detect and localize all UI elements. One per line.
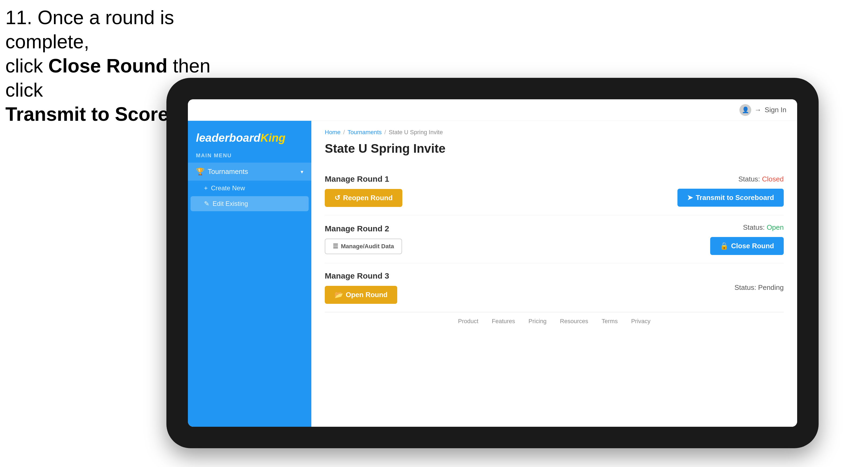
round-2-title: Manage Round 2 bbox=[325, 224, 402, 233]
tablet-device: 👤 → Sign In leaderboardKing MAIN MENU 🏆 … bbox=[166, 78, 818, 448]
reopen-icon: ↺ bbox=[334, 194, 340, 202]
open-round-button[interactable]: 📂 Open Round bbox=[325, 286, 397, 304]
manage-audit-label: Manage/Audit Data bbox=[341, 243, 394, 250]
sidebar: leaderboardKing MAIN MENU 🏆 Tournaments … bbox=[188, 121, 311, 427]
sign-in-area[interactable]: 👤 → Sign In bbox=[739, 104, 786, 116]
sign-in-label[interactable]: Sign In bbox=[765, 106, 786, 114]
round-1-section: Manage Round 1 ↺ Reopen Round Status: Cl… bbox=[325, 166, 784, 215]
breadcrumb-current: State U Spring Invite bbox=[389, 129, 443, 136]
footer-terms[interactable]: Terms bbox=[602, 318, 618, 325]
reopen-round-button[interactable]: ↺ Reopen Round bbox=[325, 189, 402, 207]
round-2-status: Status: Open bbox=[743, 223, 784, 231]
footer: Product Features Pricing Resources Terms… bbox=[325, 312, 784, 330]
round-1-right: Status: Closed ➤ Transmit to Scoreboard bbox=[677, 175, 784, 207]
manage-audit-data-button[interactable]: ☰ Manage/Audit Data bbox=[325, 239, 402, 254]
reopen-round-label: Reopen Round bbox=[343, 194, 393, 202]
round-3-right: Status: Pending bbox=[734, 283, 784, 292]
round-3-title: Manage Round 3 bbox=[325, 271, 397, 280]
close-round-button[interactable]: 🔒 Close Round bbox=[710, 237, 784, 255]
close-round-label: Close Round bbox=[731, 242, 774, 250]
page-title: State U Spring Invite bbox=[325, 141, 784, 156]
create-new-label: Create New bbox=[211, 184, 245, 192]
round-3-section: Manage Round 3 📂 Open Round Status: Pend… bbox=[325, 263, 784, 312]
sign-in-arrow-icon: → bbox=[754, 106, 762, 114]
close-icon: 🔒 bbox=[720, 242, 728, 250]
breadcrumb-home[interactable]: Home bbox=[325, 129, 341, 136]
trophy-icon: 🏆 bbox=[196, 167, 205, 176]
open-round-label: Open Round bbox=[346, 291, 388, 299]
footer-privacy[interactable]: Privacy bbox=[631, 318, 650, 325]
sidebar-item-tournaments[interactable]: 🏆 Tournaments ▾ bbox=[188, 163, 311, 181]
breadcrumb-sep-2: / bbox=[384, 129, 386, 136]
footer-pricing[interactable]: Pricing bbox=[528, 318, 547, 325]
round-1-status: Status: Closed bbox=[738, 175, 784, 183]
round-2-right: Status: Open 🔒 Close Round bbox=[710, 223, 784, 255]
logo: leaderboardKing bbox=[196, 131, 286, 144]
sidebar-item-edit-existing[interactable]: ✎ Edit Existing bbox=[191, 196, 309, 211]
footer-features[interactable]: Features bbox=[492, 318, 515, 325]
tablet-screen: 👤 → Sign In leaderboardKing MAIN MENU 🏆 … bbox=[188, 99, 797, 427]
round-3-status: Status: Pending bbox=[734, 283, 784, 292]
tournaments-label: Tournaments bbox=[208, 167, 248, 176]
round-2-status-value: Open bbox=[767, 223, 784, 231]
user-avatar-icon: 👤 bbox=[739, 104, 751, 116]
round-1-left: Manage Round 1 ↺ Reopen Round bbox=[325, 175, 402, 207]
chevron-down-icon: ▾ bbox=[301, 168, 303, 175]
breadcrumb-tournaments[interactable]: Tournaments bbox=[348, 129, 382, 136]
plus-icon: + bbox=[204, 184, 208, 192]
main-layout: leaderboardKing MAIN MENU 🏆 Tournaments … bbox=[188, 121, 797, 427]
round-1-status-value: Closed bbox=[762, 175, 784, 183]
audit-icon: ☰ bbox=[333, 243, 338, 250]
round-1-title: Manage Round 1 bbox=[325, 175, 402, 184]
main-menu-label: MAIN MENU bbox=[188, 152, 311, 163]
edit-existing-label: Edit Existing bbox=[213, 200, 248, 208]
edit-icon: ✎ bbox=[204, 200, 209, 208]
breadcrumb: Home / Tournaments / State U Spring Invi… bbox=[325, 129, 784, 136]
top-bar: 👤 → Sign In bbox=[188, 99, 797, 121]
round-2-left: Manage Round 2 ☰ Manage/Audit Data bbox=[325, 224, 402, 254]
breadcrumb-sep-1: / bbox=[343, 129, 345, 136]
transmit-scoreboard-label: Transmit to Scoreboard bbox=[696, 193, 774, 202]
footer-product[interactable]: Product bbox=[458, 318, 478, 325]
transmit-icon: ➤ bbox=[687, 193, 693, 202]
round-2-section: Manage Round 2 ☰ Manage/Audit Data Statu… bbox=[325, 215, 784, 263]
open-icon: 📂 bbox=[334, 291, 343, 299]
logo-area: leaderboardKing bbox=[188, 126, 311, 152]
content-area: Home / Tournaments / State U Spring Invi… bbox=[311, 121, 797, 427]
sidebar-item-create-new[interactable]: + Create New bbox=[188, 181, 311, 196]
footer-resources[interactable]: Resources bbox=[560, 318, 588, 325]
round-3-status-value: Pending bbox=[758, 283, 784, 291]
transmit-to-scoreboard-button[interactable]: ➤ Transmit to Scoreboard bbox=[677, 189, 784, 207]
round-3-left: Manage Round 3 📂 Open Round bbox=[325, 271, 397, 304]
